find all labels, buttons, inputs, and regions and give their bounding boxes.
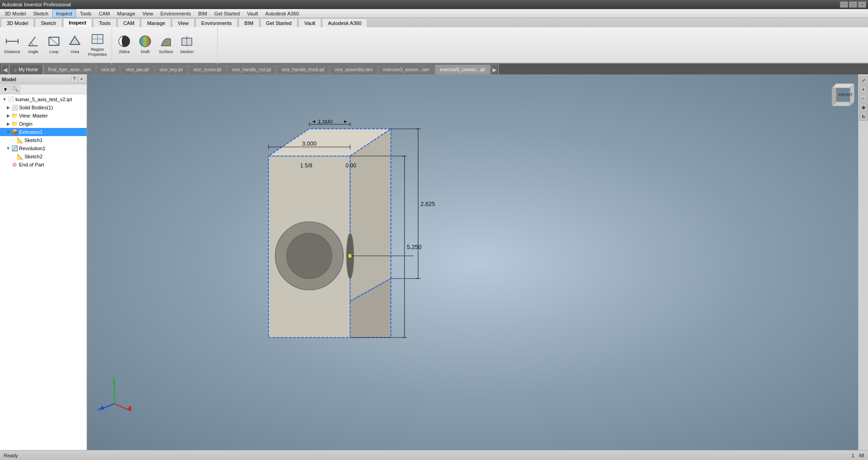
- tree-item-sketch1[interactable]: 📐 Sketch1: [0, 136, 87, 144]
- section-icon: [180, 34, 194, 49]
- tab-cam[interactable]: CAM: [117, 18, 140, 27]
- menu-cam[interactable]: CAM: [95, 9, 113, 18]
- tab-3dmodel[interactable]: 3D Model: [1, 18, 34, 27]
- panel-close[interactable]: ×: [78, 76, 85, 83]
- zebra-button[interactable]: Zebra: [115, 31, 134, 57]
- expand-icon: ▼: [2, 97, 7, 102]
- tab-vice-jaw[interactable]: vice_jaw.ipt: [121, 64, 154, 74]
- zoom-in-button[interactable]: +: [859, 85, 868, 93]
- tab-vice-handle-rod[interactable]: vice_handle_rod.ipt: [227, 64, 276, 74]
- home-icon: ⌂: [14, 67, 17, 72]
- zoom-fit-button[interactable]: ⤢: [859, 76, 868, 84]
- tab-nav-right[interactable]: ▶: [491, 64, 499, 74]
- tab-vice-assembly[interactable]: vice_assembly.iam: [330, 64, 378, 74]
- tree-item-origin[interactable]: ▶ 📁 Origin: [0, 120, 87, 128]
- ribbon: 3D Model Sketch Inspect Tools CAM Manage…: [0, 18, 868, 64]
- panel-title: Model: [2, 77, 16, 82]
- status-bar: Ready 1 48: [0, 450, 868, 460]
- expand-spacer: [11, 154, 16, 159]
- view-icon: 📁: [11, 112, 18, 119]
- menu-bim[interactable]: BIM: [195, 9, 211, 18]
- tab-vault[interactable]: Vault: [298, 18, 321, 27]
- tab-vice[interactable]: vice.ipt: [96, 64, 120, 74]
- tree-label-sketch2: Sketch2: [24, 154, 43, 159]
- menu-getstarted[interactable]: Get Started: [211, 9, 244, 18]
- filter-button[interactable]: ▼: [1, 85, 10, 93]
- tree-item-revolution1[interactable]: ▼ 🔄 Revolution1: [0, 144, 87, 152]
- menu-a360[interactable]: Autodesk A360: [262, 9, 302, 18]
- pan-button[interactable]: ✥: [859, 103, 868, 112]
- tree-label-endofpart: End of Part: [19, 162, 44, 167]
- minimize-button[interactable]: −: [840, 1, 848, 8]
- menu-sketch[interactable]: Sketch: [29, 9, 52, 18]
- region-button[interactable]: Region Properties: [86, 31, 109, 58]
- viewcube[interactable]: FRONT: [823, 79, 859, 115]
- menu-tools[interactable]: Tools: [76, 9, 95, 18]
- tab-vice-screw[interactable]: vice_screw.ipt: [188, 64, 226, 74]
- tree-item-sketch2[interactable]: 📐 Sketch2: [0, 152, 87, 161]
- tab-nav-left[interactable]: ◀: [1, 64, 9, 74]
- tab-sketch[interactable]: Sketch: [35, 18, 62, 27]
- draft-icon: [138, 34, 152, 49]
- tab-tools[interactable]: Tools: [93, 18, 117, 27]
- close-button[interactable]: ×: [858, 1, 866, 8]
- tab-vice-key[interactable]: vice_key.ipt: [155, 64, 188, 74]
- section-button[interactable]: Section: [177, 31, 196, 57]
- expand-spacer: [5, 162, 11, 167]
- 3d-viewport[interactable]: FRONT 1.500 ◄ ►: [87, 74, 868, 450]
- tab-environments[interactable]: Environments: [195, 18, 238, 27]
- tab-view[interactable]: View: [172, 18, 195, 27]
- draft-button[interactable]: Draft: [136, 31, 155, 57]
- tab-bim[interactable]: BIM: [239, 18, 259, 27]
- orbit-button[interactable]: ↻: [859, 113, 868, 121]
- area-button[interactable]: Area: [65, 31, 84, 57]
- tab-getstarted[interactable]: Get Started: [260, 18, 297, 27]
- endofpart-icon: ⊘: [11, 161, 18, 168]
- svg-line-6: [49, 37, 59, 45]
- menu-environments[interactable]: Environments: [157, 9, 195, 18]
- tree-item-extrusion1[interactable]: ▼ 📦 Extrusion1: [0, 128, 87, 136]
- tree-item-view[interactable]: ▶ 📁 View: Master: [0, 112, 87, 120]
- statusbar-right: 1 48: [852, 453, 864, 458]
- menu-view[interactable]: View: [139, 9, 157, 18]
- tab-manage[interactable]: Manage: [141, 18, 171, 27]
- tree-item-endofpart[interactable]: ⊘ End of Part: [0, 161, 87, 169]
- viewport-right-toolbar: ⤢ + − ✥ ↻: [858, 74, 868, 450]
- tree-label-solid: Solid Bodies(1): [19, 105, 53, 110]
- page-number: 1: [852, 453, 854, 458]
- angle-button[interactable]: Angle: [24, 31, 43, 57]
- tab-final-tiger[interactable]: final_tiger_asse...iam: [43, 64, 96, 74]
- loop-button[interactable]: Loop: [44, 31, 63, 57]
- tree-label-sketch1: Sketch1: [24, 137, 43, 143]
- surface-button[interactable]: Surface: [156, 31, 176, 57]
- zoom-out-button[interactable]: −: [859, 94, 868, 103]
- tab-home[interactable]: ⌂ My Home: [9, 64, 43, 74]
- coordinate-axes: Z X Y: [96, 377, 132, 414]
- tab-a360[interactable]: Autodesk A360: [322, 18, 367, 27]
- svg-text:0.00: 0.00: [346, 162, 356, 169]
- search-button[interactable]: 🔍: [11, 85, 20, 93]
- menu-manage[interactable]: Manage: [113, 9, 139, 18]
- tab-exercise5[interactable]: exercise5_connec...ipt: [435, 64, 490, 74]
- tab-vice-handle-knob[interactable]: vice_handle_knob.ipt: [277, 64, 329, 74]
- menu-inspect[interactable]: Inspect: [52, 9, 76, 18]
- menu-vault[interactable]: Vault: [244, 9, 262, 18]
- tab-inspect[interactable]: Inspect: [63, 18, 93, 27]
- tree-item-root[interactable]: ▼ 📄 kumar_5_axis_test_v2.ipt: [0, 95, 87, 103]
- loop-icon: [47, 34, 61, 49]
- 3d-part: 1.500 ◄ ► 3.000 1 5/8 0.00 2.625: [246, 120, 473, 374]
- file-icon: 📄: [7, 96, 15, 103]
- tree-item-solid[interactable]: ▶ ⬜ Solid Bodies(1): [0, 103, 87, 112]
- expand-icon: ▶: [5, 113, 11, 118]
- svg-text:1.500: 1.500: [318, 120, 333, 125]
- maximize-button[interactable]: □: [849, 1, 857, 8]
- svg-text:3.000: 3.000: [302, 140, 317, 147]
- viewcube-label: FRONT: [839, 93, 853, 97]
- distance-button[interactable]: Distance: [3, 31, 22, 57]
- panel-header: Model ? ×: [0, 74, 87, 84]
- menu-3dmodel[interactable]: 3D Model: [1, 9, 29, 18]
- model-panel: Model ? × ▼ 🔍 ▼ 📄 kumar_5_axis_test_v2.i…: [0, 74, 87, 450]
- tree-label-view: View: Master: [19, 113, 48, 118]
- tab-exercise3[interactable]: exercise3_assem...iam: [378, 64, 434, 74]
- panel-help[interactable]: ?: [71, 76, 78, 83]
